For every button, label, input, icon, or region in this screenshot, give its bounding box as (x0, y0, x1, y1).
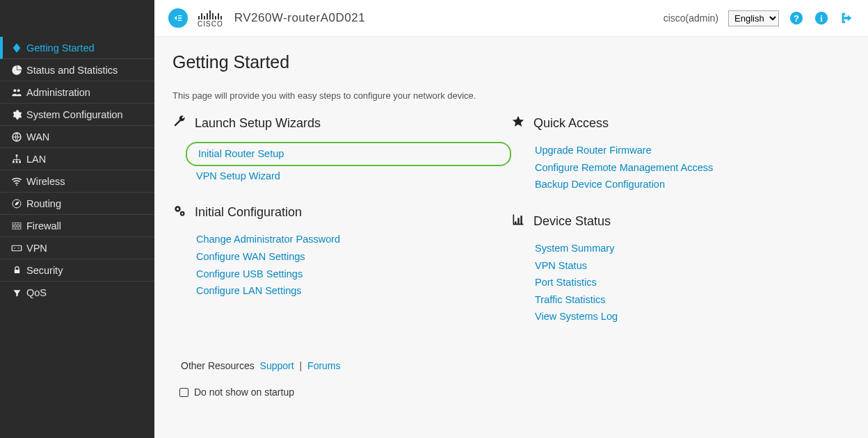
wrench-icon (172, 115, 186, 132)
nav-wireless[interactable]: Wireless (0, 170, 154, 193)
columns: Launch Setup Wizards Initial Router Setu… (172, 115, 850, 345)
nav-label: Getting Started (26, 42, 154, 54)
nav-getting-started[interactable]: Getting Started (0, 37, 154, 59)
nav-system-config[interactable]: System Configuration (0, 104, 154, 126)
link-vpn-status[interactable]: VPN Status (535, 257, 850, 275)
section-initial-config: Initial Configuration Change Administrat… (172, 204, 511, 300)
sidebar-toggle-button[interactable] (168, 8, 188, 28)
nav-label: Wireless (26, 176, 154, 187)
nav-label: VPN (26, 243, 154, 254)
link-change-admin-password[interactable]: Change Administrator Password (196, 231, 511, 248)
right-column: Quick Access Upgrade Router Firmware Con… (511, 115, 850, 345)
link-backup-config[interactable]: Backup Device Configuration (535, 176, 850, 193)
link-configure-usb[interactable]: Configure USB Settings (196, 266, 511, 283)
link-vpn-setup-wizard[interactable]: VPN Setup Wizard (196, 168, 511, 185)
section-heading: Device Status (511, 213, 850, 230)
language-select[interactable]: English (728, 10, 779, 26)
filter-icon (7, 288, 26, 298)
link-port-statistics[interactable]: Port Statistics (535, 274, 850, 291)
separator: | (297, 360, 305, 371)
nav-vpn[interactable]: VPN (0, 237, 154, 259)
info-icon[interactable]: i (814, 10, 829, 26)
username: cisco(admin) (664, 13, 718, 24)
svg-point-7 (16, 184, 17, 186)
wall-icon (7, 220, 26, 232)
globe-icon (7, 131, 26, 143)
section-heading-text: Device Status (533, 214, 611, 229)
nav-label: QoS (26, 287, 154, 298)
device-name: RV260W-routerA0D021 (234, 11, 365, 25)
bar-chart-icon (511, 213, 525, 230)
nav-security[interactable]: Security (0, 259, 154, 282)
link-list: Initial Router Setup VPN Setup Wizard (172, 142, 511, 184)
section-heading-text: Launch Setup Wizards (195, 116, 321, 131)
cisco-logo: CISCO (198, 8, 223, 28)
link-system-summary[interactable]: System Summary (535, 240, 850, 257)
checkbox-icon[interactable] (179, 388, 188, 397)
section-launch-wizards: Launch Setup Wizards Initial Router Setu… (172, 115, 511, 184)
gear-icon (7, 109, 26, 120)
compass-icon (7, 198, 26, 209)
svg-rect-4 (13, 161, 15, 163)
nav-label: Security (26, 265, 154, 276)
sidebar: Getting Started Status and Statistics Ad… (0, 0, 154, 438)
link-list: System Summary VPN Status Port Statistic… (511, 240, 850, 325)
svg-rect-6 (19, 161, 21, 163)
wifi-icon (7, 175, 26, 188)
lock-icon (7, 265, 26, 275)
link-list: Change Administrator Password Configure … (172, 231, 511, 300)
nav-lan[interactable]: LAN (0, 148, 154, 170)
nav-firewall[interactable]: Firewall (0, 215, 154, 237)
section-heading-text: Initial Configuration (195, 205, 302, 220)
content: Getting Started This page will provide y… (154, 37, 868, 438)
section-heading: Quick Access (511, 115, 850, 132)
cisco-text: CISCO (198, 20, 223, 28)
section-quick-access: Quick Access Upgrade Router Firmware Con… (511, 115, 850, 193)
nav-routing[interactable]: Routing (0, 193, 154, 215)
svg-point-0 (13, 89, 16, 92)
other-resources: Other Resources Support | Forums (172, 360, 850, 371)
gears-icon (172, 204, 186, 221)
nav-qos[interactable]: QoS (0, 282, 154, 304)
link-upgrade-firmware[interactable]: Upgrade Router Firmware (535, 142, 850, 159)
nav-administration[interactable]: Administration (0, 81, 154, 104)
link-configure-lan[interactable]: Configure LAN Settings (196, 282, 511, 300)
nav-label: Status and Statistics (26, 65, 154, 76)
svg-rect-10 (12, 245, 22, 251)
link-list: Upgrade Router Firmware Configure Remote… (511, 142, 850, 193)
page-title: Getting Started (172, 52, 850, 72)
nav-label: System Configuration (26, 109, 154, 120)
svg-rect-11 (14, 270, 19, 273)
dont-show-on-startup[interactable]: Do not show on startup (172, 387, 850, 398)
link-configure-wan[interactable]: Configure WAN Settings (196, 248, 511, 266)
pie-icon (7, 65, 26, 76)
link-traffic-statistics[interactable]: Traffic Statistics (535, 291, 850, 309)
logout-icon[interactable] (839, 10, 854, 26)
star-icon (511, 115, 525, 132)
nav-wan[interactable]: WAN (0, 126, 154, 148)
nav-status[interactable]: Status and Statistics (0, 59, 154, 81)
link-initial-router-setup[interactable]: Initial Router Setup (186, 142, 511, 166)
vpn-icon (7, 242, 26, 254)
svg-rect-3 (16, 154, 18, 156)
nav-label: Routing (26, 198, 154, 209)
section-heading: Initial Configuration (172, 204, 511, 221)
users-icon (7, 87, 26, 98)
svg-point-1 (17, 89, 20, 92)
nav-label: LAN (26, 154, 154, 165)
help-icon[interactable]: ? (789, 10, 804, 26)
dont-show-label: Do not show on startup (194, 387, 294, 398)
other-resources-label: Other Resources (181, 360, 255, 371)
link-support[interactable]: Support (260, 360, 294, 371)
sidebar-spacer (0, 0, 154, 37)
section-heading-text: Quick Access (533, 116, 609, 131)
section-heading: Launch Setup Wizards (172, 115, 511, 132)
svg-text:?: ? (794, 13, 799, 24)
link-forums[interactable]: Forums (307, 360, 340, 371)
link-remote-management[interactable]: Configure Remote Management Access (535, 159, 850, 177)
intro-text: This page will provide you with easy ste… (172, 90, 850, 101)
nav-label: WAN (26, 131, 154, 143)
left-column: Launch Setup Wizards Initial Router Setu… (172, 115, 511, 345)
link-view-systems-log[interactable]: View Systems Log (535, 308, 850, 325)
header-right: cisco(admin) English ? i (664, 10, 854, 26)
